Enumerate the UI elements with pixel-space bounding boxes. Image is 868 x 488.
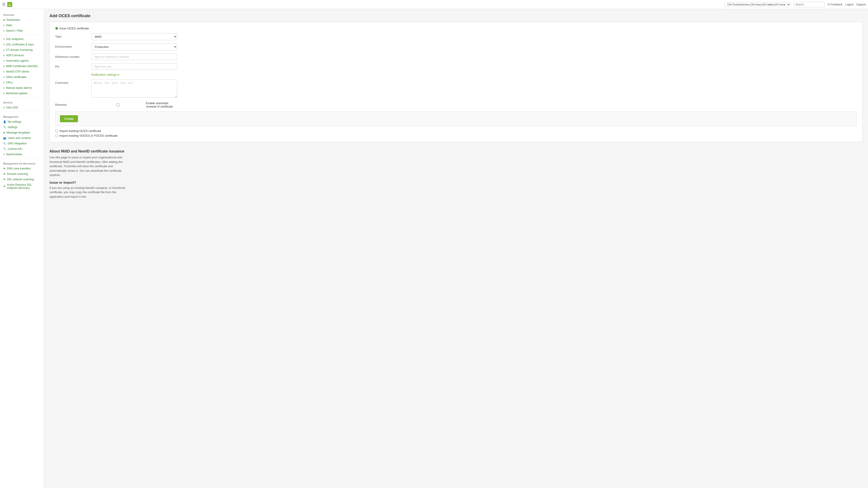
topbar: ☰ CN=TrustViewUsers,CN=Users,DC=adtest,D… bbox=[0, 0, 868, 9]
hamburger-menu-icon[interactable]: ☰ bbox=[2, 2, 5, 6]
reference-number-control bbox=[91, 54, 177, 60]
adfs-icon: ≡ bbox=[3, 54, 4, 57]
topbar-right: CN=TrustViewUsers,CN=Users,DC=adtest,DC=… bbox=[725, 2, 866, 7]
search-input[interactable] bbox=[793, 2, 825, 7]
sidebar-item-other-certs[interactable]: ≡ Other certificates bbox=[0, 74, 44, 80]
renewal-control: Enable automatic renewal of certificate bbox=[91, 101, 177, 108]
nemid-otp-icon: ≡ bbox=[3, 70, 4, 73]
management-discovery-label: Management (of discovery) bbox=[0, 160, 44, 166]
management-section-label: Management bbox=[0, 113, 44, 119]
ad-discovery-icon: 👁 bbox=[3, 185, 6, 188]
sidebar-item-mitid-certs[interactable]: ≡ MitID Certificates (NemID) bbox=[0, 64, 44, 69]
mitid-icon: ≡ bbox=[3, 65, 4, 68]
citrix-adc-icon: ≡ bbox=[3, 106, 4, 109]
license-info-icon: 🔧 bbox=[3, 148, 6, 151]
sidebar-item-manual-expiry-alarms[interactable]: ≡ Manual expiry alarms bbox=[0, 85, 44, 91]
search-filter-icon: ≡ bbox=[3, 29, 4, 32]
settings-icon: 🔧 bbox=[3, 126, 6, 129]
sidebar-item-ad-discovery[interactable]: 👁 Active Directory SSL endpoint discover… bbox=[0, 182, 44, 191]
about-text: Use this page to issue or import your or… bbox=[50, 155, 126, 177]
users-contacts-icon: 👥 bbox=[3, 137, 6, 140]
notification-settings-link[interactable]: Notification settings ▾ bbox=[91, 73, 119, 76]
sidebar-item-systemstatus[interactable]: ≡ Systemstatus bbox=[0, 152, 44, 157]
other-certs-icon: ≡ bbox=[3, 76, 4, 78]
sidebar-item-settings[interactable]: 🔧 Settings bbox=[0, 125, 44, 130]
sidebar-item-dashboard[interactable]: ⊞ Dashboard bbox=[0, 17, 44, 23]
comment-row: Comment: bbox=[55, 79, 857, 98]
user-context-select[interactable]: CN=TrustViewUsers,CN=Users,DC=adtest,DC=… bbox=[725, 2, 790, 7]
main-content: Add OCES certificate Issue OCES certific… bbox=[44, 9, 868, 488]
renewal-label: Renewal bbox=[55, 101, 91, 106]
sidebar-item-dns-integration[interactable]: 🔧 DNS integration bbox=[0, 141, 44, 146]
sidebar-item-license-info[interactable]: 🔧 License info bbox=[0, 146, 44, 152]
logout-button[interactable]: Logout bbox=[845, 3, 854, 6]
radio-import-voces[interactable]: Import existing VOCES or FOCES certifica… bbox=[55, 134, 857, 137]
page-title: Add OCES certificate bbox=[50, 13, 863, 18]
sidebar-item-search-filter[interactable]: ≡ Search / Filter bbox=[0, 28, 44, 33]
ssl-certs-icon: ≡ bbox=[3, 43, 4, 46]
sidebar-item-nemid-otp[interactable]: ≡ NemID OTP clients bbox=[0, 69, 44, 74]
ct-domain-icon: ≡ bbox=[3, 48, 4, 51]
sidebar-item-stats[interactable]: ≡ Stats bbox=[0, 23, 44, 28]
support-button[interactable]: Support bbox=[856, 3, 866, 6]
my-settings-icon: 👤 bbox=[3, 121, 6, 123]
automation-agents-icon: ≡ bbox=[3, 59, 4, 62]
sidebar-item-ssl-endpoints[interactable]: ≡ SSL endpoints bbox=[0, 36, 44, 42]
type-label: Type bbox=[55, 33, 91, 38]
sidebar-item-citrix-adc[interactable]: ≡ Citrix ADC bbox=[0, 105, 44, 110]
monitored-applets-icon: ≡ bbox=[3, 92, 4, 95]
sidebar-item-crls[interactable]: ≡ CRLs bbox=[0, 80, 44, 85]
create-section: Create bbox=[55, 111, 857, 126]
sidebar-item-message-templates[interactable]: ⊞ Message templates bbox=[0, 130, 44, 135]
layout: Overview ⊞ Dashboard ≡ Stats ≡ Search / … bbox=[0, 9, 868, 488]
message-templates-icon: ⊞ bbox=[3, 131, 5, 134]
radio-import-existing[interactable]: Import existing OCES certificate bbox=[55, 129, 857, 133]
comment-textarea[interactable] bbox=[91, 79, 177, 98]
type-control: MitID bbox=[91, 33, 177, 40]
pin-control bbox=[91, 63, 177, 70]
sidebar-item-adfs-services[interactable]: ≡ ADFS services bbox=[0, 53, 44, 58]
reference-number-label: Reference number bbox=[55, 54, 91, 59]
sidebar-item-monitored-applets[interactable]: ≡ Monitored applets bbox=[0, 91, 44, 96]
sidebar-divider-1 bbox=[0, 35, 44, 35]
reference-number-input[interactable] bbox=[91, 54, 177, 60]
pin-row: Pin bbox=[55, 63, 857, 70]
sidebar-item-ssl-network-scanning[interactable]: 👁 SSL network scanning bbox=[0, 177, 44, 182]
notification-settings-row: Notification settings ▾ bbox=[91, 73, 857, 76]
pin-input[interactable] bbox=[91, 63, 177, 70]
stats-icon: ≡ bbox=[3, 24, 4, 27]
dashboard-icon: ⊞ bbox=[3, 19, 5, 22]
sidebar-divider-2 bbox=[0, 97, 44, 98]
sidebar-item-users-contacts[interactable]: 👥 Users and contacts bbox=[0, 135, 44, 141]
create-button[interactable]: Create bbox=[60, 115, 78, 122]
environment-select[interactable]: Production Test bbox=[91, 43, 177, 51]
dns-integration-icon: 🔧 bbox=[3, 142, 6, 145]
renewal-checkbox-label[interactable]: Enable automatic renewal of certificate bbox=[91, 101, 177, 108]
renewal-checkbox[interactable] bbox=[91, 103, 145, 106]
sidebar-item-my-settings[interactable]: 👤 My settings bbox=[0, 119, 44, 125]
feedback-icon: ✉ bbox=[828, 3, 830, 6]
pin-label: Pin bbox=[55, 63, 91, 68]
feedback-button[interactable]: ✉ Feedback bbox=[828, 3, 842, 6]
crls-icon: ≡ bbox=[3, 81, 4, 84]
sidebar-item-dns-zone-transfers[interactable]: 👁 DNS zone transfers bbox=[0, 166, 44, 171]
sidebar-item-ct-domain-monitoring[interactable]: ≡ CT domain monitoring bbox=[0, 47, 44, 53]
dns-zone-icon: 👁 bbox=[3, 167, 6, 170]
overview-section-label: Overview bbox=[0, 11, 44, 17]
environment-label: Environment bbox=[55, 43, 91, 48]
issue-import-title: Issue or import? bbox=[50, 181, 863, 184]
environment-row: Environment Production Test bbox=[55, 43, 857, 51]
type-row: Type MitID bbox=[55, 33, 857, 40]
topbar-left: ☰ bbox=[2, 2, 12, 7]
type-select[interactable]: MitID bbox=[91, 33, 177, 40]
manual-expiry-icon: ≡ bbox=[3, 87, 4, 89]
about-section: About MitID and NemID certificate issuan… bbox=[50, 146, 863, 202]
sidebar-item-automation-agents[interactable]: ≡ Automation agents bbox=[0, 58, 44, 64]
logo-icon bbox=[7, 2, 12, 7]
svg-point-2 bbox=[9, 4, 10, 5]
sidebar-item-domain-scanning[interactable]: 👁 Domain scanning bbox=[0, 171, 44, 177]
notification-chevron-icon: ▾ bbox=[118, 73, 119, 76]
sidebar-item-ssl-certs-keys[interactable]: ≡ SSL certificates & keys bbox=[0, 42, 44, 47]
devices-section-label: Devices bbox=[0, 99, 44, 105]
radio-issue-oces[interactable]: Issue OCES certificate bbox=[55, 27, 857, 30]
